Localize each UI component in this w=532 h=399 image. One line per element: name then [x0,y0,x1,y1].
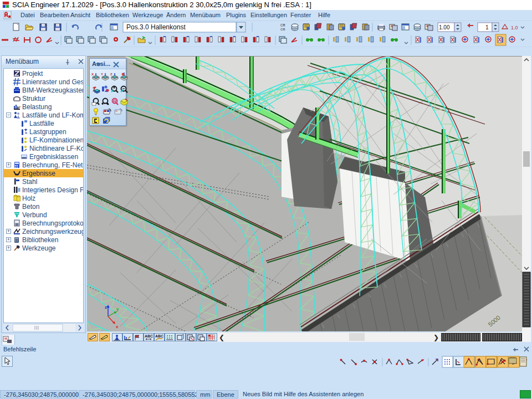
svg-text:ABC: ABC [155,334,163,338]
svg-text:z: z [105,305,107,310]
svg-text:Pos.3.0 Hallenkonst: Pos.3.0 Hallenkonst [126,23,186,31]
svg-text:ABC: ABC [145,334,153,338]
svg-text:X: X [91,73,94,76]
svg-text:1.0: 1.0 [511,25,518,30]
svg-text:y: y [116,306,119,311]
svg-text:1: 1 [485,24,489,30]
svg-text:1.00: 1.00 [439,24,450,30]
svg-text:x: x [116,324,119,328]
svg-text:Y: Y [101,73,103,76]
svg-text:Z: Z [110,73,112,76]
